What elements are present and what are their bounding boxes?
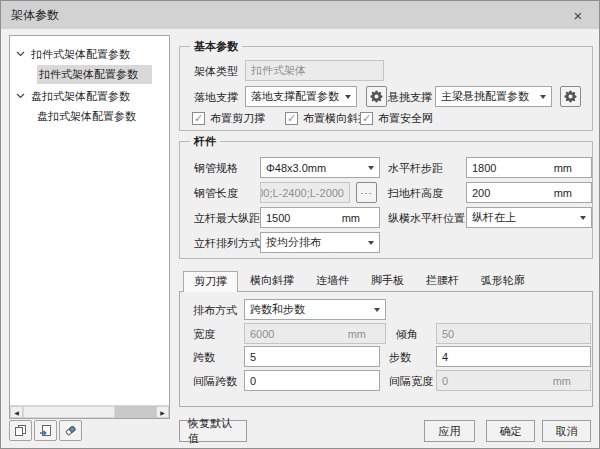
checkbox-icon[interactable]: ✓ bbox=[360, 112, 373, 125]
spans-field[interactable]: 5 bbox=[244, 346, 380, 367]
interval-spans-label: 间隔跨数 bbox=[193, 374, 237, 389]
pipe-length-more-button[interactable]: ··· bbox=[356, 182, 377, 203]
horizontal-pos-label: 纵横水平杆位置 bbox=[388, 211, 465, 226]
ground-support-select[interactable]: 落地支撑配置参数 bbox=[245, 86, 357, 107]
horizontal-step-label: 水平杆步距 bbox=[388, 161, 443, 176]
cantilever-support-label: 悬挑支撑 bbox=[388, 90, 432, 105]
scrollbar-thumb[interactable] bbox=[23, 406, 115, 418]
tree-item-label-selected: 扣件式架体配置参数 bbox=[37, 65, 152, 84]
arrange-mode-label: 排布方式 bbox=[193, 303, 237, 318]
dialog-title: 架体参数 bbox=[11, 7, 59, 24]
dropdown-arrow-icon bbox=[345, 95, 351, 99]
tab-lateral-brace[interactable]: 横向斜撑 bbox=[240, 271, 304, 291]
ok-button[interactable]: 确定 bbox=[486, 420, 535, 442]
unit-label: mm bbox=[553, 375, 585, 387]
unit-label: mm bbox=[348, 328, 380, 340]
unit-label: mm bbox=[554, 162, 586, 174]
checkbox-icon[interactable]: ✓ bbox=[192, 112, 205, 125]
steps-field[interactable]: 4 bbox=[436, 346, 591, 367]
pole-arrangement-label: 立杆排列方式 bbox=[194, 236, 260, 251]
arrange-mode-select[interactable]: 跨数和步数 bbox=[244, 299, 386, 320]
tree-item-label: 盘扣式架体配置参数 bbox=[31, 89, 130, 104]
restore-defaults-button[interactable]: 恢复默认值 bbox=[179, 420, 247, 442]
bracing-tabbar: 剪刀撑 横向斜撑 连墙件 脚手板 拦腰杆 弧形轮廓 bbox=[183, 271, 537, 292]
config-tree-panel: 扣件式架体配置参数 扣件式架体配置参数 盘扣式架体配置参数 盘扣式架体配置参数 … bbox=[9, 35, 170, 419]
cantilever-support-settings-button[interactable] bbox=[560, 86, 581, 107]
pole-arrangement-select[interactable]: 按均分排布 bbox=[260, 232, 380, 253]
pole-max-spacing-field[interactable]: 1500 mm bbox=[260, 207, 380, 228]
tab-scissor-brace[interactable]: 剪刀撑 bbox=[183, 271, 238, 292]
dropdown-arrow-icon bbox=[580, 216, 586, 220]
unit-label: mm bbox=[342, 212, 374, 224]
checkbox-lateral-brace[interactable]: ✓ 布置横向斜撑 bbox=[285, 111, 369, 126]
incline-field: 50 bbox=[436, 323, 591, 344]
copy-config-button[interactable] bbox=[9, 420, 32, 441]
steps-label: 步数 bbox=[389, 350, 411, 365]
frame-type-field: 扣件式架体 bbox=[245, 60, 384, 81]
sweep-height-label: 扫地杆高度 bbox=[388, 186, 443, 201]
basic-params-title: 基本参数 bbox=[190, 39, 242, 54]
chevron-down-icon[interactable] bbox=[16, 49, 26, 59]
tree-item-koujian-child[interactable]: 扣件式架体配置参数 bbox=[10, 64, 169, 84]
chevron-down-icon[interactable] bbox=[16, 91, 26, 101]
cantilever-support-select[interactable]: 主梁悬挑配置参数 bbox=[435, 86, 552, 107]
gear-icon bbox=[564, 90, 577, 103]
page-import-icon bbox=[39, 424, 52, 437]
import-config-button[interactable] bbox=[34, 420, 57, 441]
dropdown-arrow-icon bbox=[374, 308, 380, 312]
members-group: 杆件 钢管规格 Φ48x3.0mm 水平杆步距 1800 mm 钢管长度 L-2… bbox=[179, 141, 593, 259]
width-label: 宽度 bbox=[193, 327, 215, 342]
tab-waist-rail[interactable]: 拦腰杆 bbox=[416, 271, 469, 291]
tree-item-label: 扣件式架体配置参数 bbox=[31, 47, 130, 62]
checkbox-label: 布置剪刀撑 bbox=[210, 111, 265, 126]
cancel-button[interactable]: 取消 bbox=[542, 420, 591, 442]
tab-arc-outline[interactable]: 弧形轮廓 bbox=[471, 271, 535, 291]
ground-support-settings-button[interactable] bbox=[366, 86, 387, 107]
scroll-right-icon[interactable]: ▶ bbox=[156, 406, 169, 418]
pipe-spec-select[interactable]: Φ48x3.0mm bbox=[260, 157, 380, 178]
checkbox-label: 布置安全网 bbox=[378, 111, 433, 126]
frame-type-label: 架体类型 bbox=[194, 64, 238, 79]
basic-params-group: 基本参数 架体类型 扣件式架体 落地支撑 落地支撑配置参数 悬挑支撑 主梁悬挑配… bbox=[179, 46, 593, 131]
tab-scaffold-board[interactable]: 脚手板 bbox=[361, 271, 414, 291]
frame-parameters-dialog: 架体参数 × 扣件式架体配置参数 扣件式架体配置参数 盘扣式架体配置参数 盘扣式… bbox=[0, 0, 600, 449]
interval-width-label: 间隔宽度 bbox=[389, 374, 433, 389]
horizontal-pos-select[interactable]: 纵杆在上 bbox=[466, 207, 592, 228]
checkbox-safety-net[interactable]: ✓ 布置安全网 bbox=[360, 111, 433, 126]
unit-label: mm bbox=[554, 187, 586, 199]
horizontal-step-field[interactable]: 1800 mm bbox=[466, 157, 592, 178]
apply-button[interactable]: 应用 bbox=[424, 420, 475, 442]
incline-label: 倾角 bbox=[396, 327, 418, 342]
tree-item-label: 盘扣式架体配置参数 bbox=[37, 109, 136, 124]
title-bar[interactable]: 架体参数 × bbox=[1, 1, 599, 29]
scroll-left-icon[interactable]: ◀ bbox=[10, 406, 23, 418]
pipe-spec-label: 钢管规格 bbox=[194, 161, 238, 176]
checkbox-icon[interactable]: ✓ bbox=[285, 112, 298, 125]
tree-item-koujian-parent[interactable]: 扣件式架体配置参数 bbox=[10, 44, 169, 64]
gear-icon bbox=[370, 90, 383, 103]
sweep-height-field[interactable]: 200 mm bbox=[466, 182, 592, 203]
ground-support-label: 落地支撑 bbox=[194, 90, 238, 105]
close-icon[interactable]: × bbox=[567, 4, 589, 26]
eraser-icon bbox=[64, 424, 77, 437]
spans-label: 跨数 bbox=[193, 350, 215, 365]
width-field: 6000 mm bbox=[244, 323, 386, 344]
dropdown-arrow-icon bbox=[368, 166, 374, 170]
interval-spans-field[interactable]: 0 bbox=[244, 370, 380, 391]
pipe-length-label: 钢管长度 bbox=[194, 186, 238, 201]
copy-icon bbox=[14, 424, 27, 437]
erase-config-button[interactable] bbox=[59, 420, 82, 441]
tree-item-pankou-child[interactable]: 盘扣式架体配置参数 bbox=[10, 106, 169, 126]
tree-item-pankou-parent[interactable]: 盘扣式架体配置参数 bbox=[10, 86, 169, 106]
horizontal-scrollbar[interactable]: ◀ ▶ bbox=[10, 405, 169, 418]
pipe-length-field: L-2700;L-2400;L-2000 bbox=[260, 182, 350, 203]
members-group-title: 杆件 bbox=[190, 134, 220, 149]
dropdown-arrow-icon bbox=[540, 95, 546, 99]
more-ellipsis-icon: ··· bbox=[361, 188, 373, 198]
dropdown-arrow-icon bbox=[368, 241, 374, 245]
checkbox-scissor-brace[interactable]: ✓ 布置剪刀撑 bbox=[192, 111, 265, 126]
pole-max-spacing-label: 立杆最大纵距 bbox=[194, 211, 260, 226]
interval-width-field: 0 mm bbox=[436, 370, 591, 391]
tab-wall-connector[interactable]: 连墙件 bbox=[306, 271, 359, 291]
